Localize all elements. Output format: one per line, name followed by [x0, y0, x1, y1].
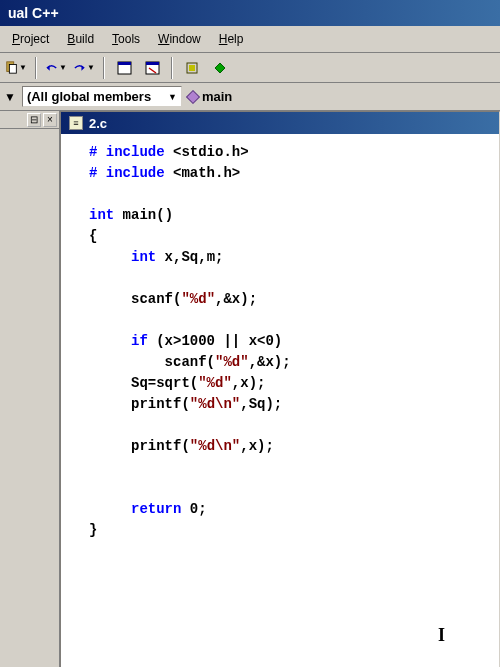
- tool-button-1[interactable]: [180, 56, 204, 79]
- svg-rect-1: [9, 64, 16, 73]
- paste-button[interactable]: ▼: [4, 56, 28, 79]
- scope-dropdown[interactable]: (All global members ▼: [22, 86, 182, 107]
- diamond-icon: [186, 89, 200, 103]
- menu-build[interactable]: Build: [59, 29, 102, 49]
- window-list-button[interactable]: [112, 56, 136, 79]
- chevron-down-icon: ▼: [168, 92, 177, 102]
- menu-help[interactable]: Help: [211, 29, 252, 49]
- svg-rect-5: [146, 62, 159, 65]
- find-button[interactable]: [140, 56, 164, 79]
- file-icon: ≡: [69, 116, 83, 130]
- editor-area: ≡ 2.c # include <stdio.h> # include <mat…: [60, 111, 500, 667]
- toolbar: ▼ ▼ ▼: [0, 53, 500, 83]
- redo-button[interactable]: ▼: [72, 56, 96, 79]
- file-tab[interactable]: ≡ 2.c: [61, 112, 499, 134]
- toolbar-separator: [103, 57, 105, 79]
- titlebar: ual C++: [0, 0, 500, 26]
- menu-tools[interactable]: Tools: [104, 29, 148, 49]
- toolbar-separator: [35, 57, 37, 79]
- undo-button[interactable]: ▼: [44, 56, 68, 79]
- sidebar-header: ⊟ ×: [0, 111, 59, 129]
- toolbar-separator: [171, 57, 173, 79]
- sidebar-panel: ⊟ ×: [0, 111, 60, 667]
- menu-project[interactable]: Project: [4, 29, 57, 49]
- workspace: ⊟ × ≡ 2.c # include <stdio.h> # include …: [0, 111, 500, 667]
- scope-prefix: ▼: [4, 90, 16, 104]
- file-name: 2.c: [89, 116, 107, 131]
- scope-bar: ▼ (All global members ▼ main: [0, 83, 500, 111]
- tool-button-2[interactable]: [208, 56, 232, 79]
- sidebar-close-button[interactable]: ×: [43, 113, 57, 127]
- svg-rect-7: [189, 65, 195, 71]
- function-indicator: main: [188, 89, 232, 104]
- menu-window[interactable]: Window: [150, 29, 209, 49]
- menubar: Project Build Tools Window Help: [0, 26, 500, 53]
- svg-rect-3: [118, 62, 131, 65]
- function-name: main: [202, 89, 232, 104]
- code-editor[interactable]: # include <stdio.h> # include <math.h> i…: [61, 134, 499, 667]
- app-title: ual C++: [8, 5, 59, 21]
- sidebar-pin-button[interactable]: ⊟: [27, 113, 41, 127]
- scope-dropdown-label: (All global members: [27, 89, 151, 104]
- text-cursor: I: [438, 622, 439, 640]
